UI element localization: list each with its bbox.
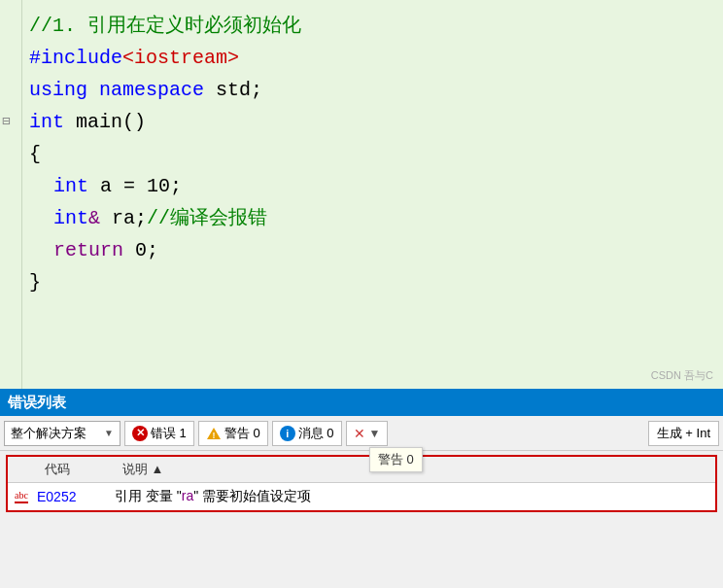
code-line-4: ⊟ int main() xyxy=(0,106,723,138)
code-keyword-int: int xyxy=(29,106,64,138)
error-row-icon: abc xyxy=(12,487,31,506)
code-keyword-using: using xyxy=(29,74,87,106)
tooltip-text: 警告 0 xyxy=(378,452,414,467)
code-keyword-int3: int xyxy=(53,202,88,234)
filter-icon: ✕ xyxy=(354,426,365,441)
code-keyword-namespace: namespace xyxy=(99,74,204,106)
code-line-9: } xyxy=(0,266,723,298)
info-count-label: 消息 0 xyxy=(298,425,334,442)
code-line-6: int a = 10; xyxy=(0,170,723,202)
info-icon: i xyxy=(280,426,295,441)
scope-dropdown[interactable]: 整个解决方案 ▼ xyxy=(4,421,120,446)
header-spacer xyxy=(8,459,37,480)
error-row-1[interactable]: abc E0252 引用 变量 "ra" 需要初始值设定项 xyxy=(8,483,715,510)
code-preprocessor: #include xyxy=(29,42,122,74)
code-ref-symbol: & xyxy=(88,202,100,234)
error-table-header: 代码 说明 ▲ xyxy=(8,457,715,483)
code-include-lib: <iostream> xyxy=(122,42,239,74)
code-keyword-int2: int xyxy=(53,170,88,202)
warning-tooltip: 警告 0 xyxy=(369,447,423,472)
watermark: CSDN 吾与C xyxy=(651,368,713,383)
info-count-button[interactable]: i 消息 0 xyxy=(272,421,342,446)
code-line-2: #include<iostream> xyxy=(0,42,723,74)
error-panel-title: 错误列表 xyxy=(8,394,66,412)
header-code: 代码 xyxy=(37,459,115,480)
error-toolbar: 整个解决方案 ▼ ✕ 错误 1 ! 警告 0 i 消息 0 ✕ ▼ 生成 + xyxy=(0,416,723,451)
error-panel: 错误列表 整个解决方案 ▼ ✕ 错误 1 ! 警告 0 i 消息 0 ✕ xyxy=(0,389,723,512)
error-panel-header: 错误列表 xyxy=(0,389,723,416)
code-line-3: using namespace std; xyxy=(0,74,723,106)
code-comment: //1. 引用在定义时必须初始化 xyxy=(29,10,301,42)
code-line-7: int & ra; //编译会报错 xyxy=(0,202,723,234)
generate-label: 生成 + Int xyxy=(657,425,710,442)
code-editor: //1. 引用在定义时必须初始化 #include<iostream> usin… xyxy=(0,0,723,389)
error-code: E0252 xyxy=(37,489,115,504)
error-table: 代码 说明 ▲ abc E0252 引用 变量 "ra" 需要初始值设定项 xyxy=(6,455,717,512)
scope-dropdown-label: 整个解决方案 xyxy=(11,425,86,442)
generate-button[interactable]: 生成 + Int xyxy=(648,421,719,446)
error-count-button[interactable]: ✕ 错误 1 xyxy=(124,421,194,446)
warning-triangle-icon: ! xyxy=(206,427,222,440)
warning-count-label: 警告 0 xyxy=(224,425,260,442)
dropdown-arrow-icon: ▼ xyxy=(104,428,114,438)
warning-icon-wrap: ! xyxy=(206,426,222,441)
svg-text:!: ! xyxy=(212,431,215,440)
code-keyword-return: return xyxy=(53,234,123,266)
abc-underline-icon: abc xyxy=(15,490,28,503)
error-count-label: 错误 1 xyxy=(151,425,187,442)
error-description: 引用 变量 "ra" 需要初始值设定项 xyxy=(115,488,711,505)
filter-label: ▼ xyxy=(369,427,381,440)
filter-button[interactable]: ✕ ▼ xyxy=(346,421,389,446)
code-comment-error: //编译会报错 xyxy=(147,202,267,234)
code-line-5: { xyxy=(0,138,723,170)
error-icon: ✕ xyxy=(132,426,148,441)
code-line-1: //1. 引用在定义时必须初始化 xyxy=(0,10,723,42)
warning-count-button[interactable]: ! 警告 0 xyxy=(198,421,268,446)
collapse-icon[interactable]: ⊟ xyxy=(2,111,10,133)
code-line-8: return 0; xyxy=(0,234,723,266)
error-varname: ra xyxy=(182,488,193,503)
